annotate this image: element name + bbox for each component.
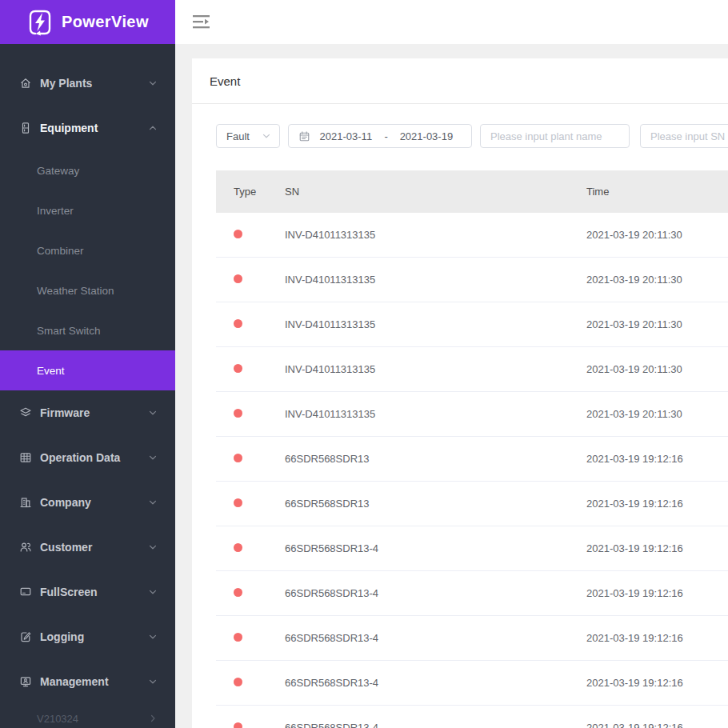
sidebar-subitem-inverter[interactable]: Inverter xyxy=(0,190,175,230)
sidebar-subitem-label: Gateway xyxy=(37,165,79,177)
table-header: Type SN Time xyxy=(216,170,728,213)
table-row: 66SDR568SDR13 2021-03-19 19:12:16 xyxy=(216,482,728,526)
time-cell: 2021-03-19 20:11:30 xyxy=(578,318,728,330)
sidebar-item-customer[interactable]: Customer xyxy=(0,525,175,570)
sn-cell: INV-D41011313135 xyxy=(277,363,578,375)
table-row: INV-D41011313135 2021-03-19 20:11:30 xyxy=(216,392,728,437)
pen-note-icon xyxy=(19,630,32,643)
card-header: Event xyxy=(192,58,728,104)
fault-dot xyxy=(234,409,242,418)
fault-dot xyxy=(234,722,242,728)
table-row: 66SDR568SDR13 2021-03-19 19:12:16 xyxy=(216,437,728,482)
sn-input[interactable] xyxy=(640,124,728,148)
sidebar-subitem-label: Weather Station xyxy=(37,285,114,297)
event-type-value: Fault xyxy=(226,130,250,142)
sidebar-subitem-label: Smart Switch xyxy=(37,325,101,337)
collapse-sidebar-icon[interactable] xyxy=(192,14,211,30)
table-row: 66SDR568SDR13-4 2021-03-19 19:12:16 xyxy=(216,661,728,706)
sidebar-item-label: Equipment xyxy=(40,122,147,134)
page-title: Event xyxy=(210,74,240,88)
time-cell: 2021-03-19 20:11:30 xyxy=(578,274,728,286)
people-icon xyxy=(19,541,32,554)
chevron-up-icon xyxy=(147,122,158,134)
sidebar-item-fullscreen[interactable]: FullScreen xyxy=(0,570,175,614)
building-icon xyxy=(19,496,32,509)
sidebar-item-logging[interactable]: Logging xyxy=(0,614,175,659)
sidebar-item-company[interactable]: Company xyxy=(0,480,175,525)
sn-cell: INV-D41011313135 xyxy=(277,229,578,241)
chevron-down-icon xyxy=(147,542,158,553)
chevron-down-icon xyxy=(147,78,158,89)
sidebar-subitem-label: Inverter xyxy=(37,205,74,217)
cabinet-icon xyxy=(19,122,32,134)
time-cell: 2021-03-19 19:12:16 xyxy=(578,722,728,728)
chevron-down-icon xyxy=(261,130,272,142)
grid-icon xyxy=(19,451,32,464)
sn-cell: 66SDR568SDR13 xyxy=(277,453,578,465)
fault-dot xyxy=(234,319,242,328)
layers-icon xyxy=(19,406,32,419)
sidebar-item-label: Logging xyxy=(40,630,147,643)
sn-cell: INV-D41011313135 xyxy=(277,274,578,286)
sidebar-subitem-label: Combiner xyxy=(37,245,84,257)
sidebar-subitem-combiner[interactable]: Combiner xyxy=(0,230,175,270)
column-header-sn: SN xyxy=(277,186,578,198)
table-row: INV-D41011313135 2021-03-19 20:11:30 xyxy=(216,347,728,392)
time-cell: 2021-03-19 19:12:16 xyxy=(578,632,728,644)
sidebar-item-equipment[interactable]: Equipment xyxy=(0,106,175,150)
column-header-type: Type xyxy=(216,186,277,198)
brand-name: PowerView xyxy=(62,13,149,31)
date-start-value: 2021-03-11 xyxy=(310,130,381,142)
column-header-time: Time xyxy=(578,186,728,198)
sn-cell: INV-D41011313135 xyxy=(277,318,578,330)
event-type-select[interactable]: Fault xyxy=(216,124,280,148)
sn-cell: 66SDR568SDR13-4 xyxy=(277,587,578,599)
time-cell: 2021-03-19 19:12:16 xyxy=(578,453,728,465)
time-cell: 2021-03-19 20:11:30 xyxy=(578,229,728,241)
event-card: Event Fault 2021-03-11 - 2021-03-19 xyxy=(192,58,728,728)
fault-dot xyxy=(234,454,242,462)
sn-cell: 66SDR568SDR13-4 xyxy=(277,677,578,689)
event-table: Type SN Time INV-D41011313135 2021-03-19… xyxy=(216,170,728,728)
table-row: INV-D41011313135 2021-03-19 20:11:30 xyxy=(216,258,728,302)
calendar-icon xyxy=(298,130,310,142)
date-separator: - xyxy=(381,130,390,142)
sn-cell: 66SDR568SDR13-4 xyxy=(277,542,578,554)
chevron-down-icon xyxy=(147,676,158,687)
sidebar-subitem-gateway[interactable]: Gateway xyxy=(0,150,175,190)
sn-cell: 66SDR568SDR13-4 xyxy=(277,722,578,728)
sidebar-subitem-label: Event xyxy=(37,365,65,377)
fault-dot xyxy=(234,364,242,373)
chevron-down-icon xyxy=(147,497,158,508)
time-cell: 2021-03-19 20:11:30 xyxy=(578,408,728,420)
fault-dot xyxy=(234,588,242,597)
sidebar-item-management[interactable]: Management xyxy=(0,659,175,704)
topbar xyxy=(175,0,728,44)
fault-dot xyxy=(234,543,242,552)
sidebar-item-my-plants[interactable]: My Plants xyxy=(0,61,175,106)
sidebar-nav: My Plants Equipment Gateway Inverter Com… xyxy=(0,44,175,728)
chevron-down-icon xyxy=(147,407,158,418)
sidebar-item-operation-data[interactable]: Operation Data xyxy=(0,435,175,480)
date-range-picker[interactable]: 2021-03-11 - 2021-03-19 xyxy=(288,124,472,148)
time-cell: 2021-03-19 19:12:16 xyxy=(578,587,728,599)
sidebar-subitem-weather-station[interactable]: Weather Station xyxy=(0,270,175,310)
chevron-down-icon xyxy=(147,586,158,598)
sidebar-item-firmware[interactable]: Firmware xyxy=(0,390,175,435)
sidebar-item-label: Firmware xyxy=(40,406,147,419)
sidebar-item-label: Company xyxy=(40,496,147,509)
chevron-down-icon xyxy=(147,452,158,463)
time-cell: 2021-03-19 19:12:16 xyxy=(578,498,728,510)
monitor-icon xyxy=(19,586,32,598)
sidebar-item-label: Management xyxy=(40,675,147,688)
sn-cell: 66SDR568SDR13 xyxy=(277,498,578,510)
brand-logo: PowerView xyxy=(0,0,175,44)
table-row: 66SDR568SDR13-4 2021-03-19 19:12:16 xyxy=(216,571,728,616)
time-cell: 2021-03-19 20:11:30 xyxy=(578,363,728,375)
sidebar: PowerView My Plants Equipment Gateway xyxy=(0,0,175,728)
sidebar-version[interactable]: V210324 xyxy=(0,704,175,728)
chevron-down-icon xyxy=(147,631,158,642)
plant-name-input[interactable] xyxy=(480,124,630,148)
sidebar-subitem-smart-switch[interactable]: Smart Switch xyxy=(0,310,175,350)
sidebar-subitem-event[interactable]: Event xyxy=(0,350,175,390)
